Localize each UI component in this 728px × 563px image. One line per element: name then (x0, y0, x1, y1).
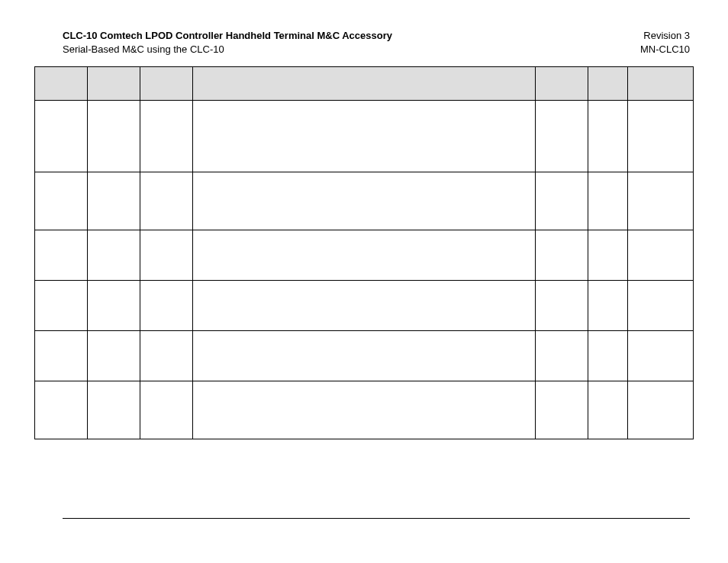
cell (588, 331, 627, 381)
page-header: CLC-10 Comtech LPOD Controller Handheld … (63, 29, 690, 56)
cell (193, 381, 536, 439)
page: CLC-10 Comtech LPOD Controller Handheld … (0, 0, 728, 563)
footer-rule (63, 518, 690, 519)
header-docnum: MN-CLC10 (640, 43, 690, 56)
cell (627, 331, 693, 381)
cell (193, 172, 536, 230)
cell (627, 381, 693, 439)
col-header (535, 67, 588, 101)
col-header (627, 67, 693, 101)
cell (35, 381, 88, 439)
header-left: CLC-10 Comtech LPOD Controller Handheld … (63, 29, 392, 56)
table-container (34, 66, 694, 439)
cell (627, 101, 693, 172)
table-row (35, 101, 694, 172)
cell (588, 281, 627, 331)
cell (627, 172, 693, 230)
cell (535, 331, 588, 381)
cell (88, 331, 140, 381)
cell (88, 230, 140, 281)
cell (535, 230, 588, 281)
col-header (88, 67, 140, 101)
cell (35, 331, 88, 381)
cell (535, 101, 588, 172)
table-header-row (35, 67, 694, 101)
col-header (35, 67, 88, 101)
cell (88, 172, 140, 230)
cell (588, 381, 627, 439)
cell (88, 101, 140, 172)
data-table (34, 66, 694, 439)
table-row (35, 172, 694, 230)
cell (140, 230, 193, 281)
cell (627, 230, 693, 281)
cell (140, 331, 193, 381)
cell (35, 172, 88, 230)
cell (35, 101, 88, 172)
cell (35, 281, 88, 331)
cell (588, 230, 627, 281)
col-header (140, 67, 193, 101)
cell (193, 281, 536, 331)
cell (88, 381, 140, 439)
table-row (35, 281, 694, 331)
cell (535, 381, 588, 439)
cell (140, 281, 193, 331)
col-header (588, 67, 627, 101)
cell (193, 331, 536, 381)
cell (140, 381, 193, 439)
table-row (35, 331, 694, 381)
cell (88, 281, 140, 331)
col-header (193, 67, 536, 101)
cell (140, 101, 193, 172)
cell (535, 281, 588, 331)
cell (588, 101, 627, 172)
cell (193, 101, 536, 172)
header-right: Revision 3 MN-CLC10 (640, 29, 690, 56)
header-title-text1: CLC-10 Comtech LPOD Controller Handheld … (63, 30, 392, 41)
cell (35, 230, 88, 281)
cell (193, 230, 536, 281)
table-row (35, 230, 694, 281)
cell (627, 281, 693, 331)
header-title-line2: Serial-Based M&C using the CLC-10 (63, 43, 392, 56)
header-revision: Revision 3 (640, 29, 690, 43)
cell (140, 172, 193, 230)
cell (588, 172, 627, 230)
cell (535, 172, 588, 230)
table-row (35, 381, 694, 439)
header-title-line1: CLC-10 Comtech LPOD Controller Handheld … (63, 29, 392, 43)
